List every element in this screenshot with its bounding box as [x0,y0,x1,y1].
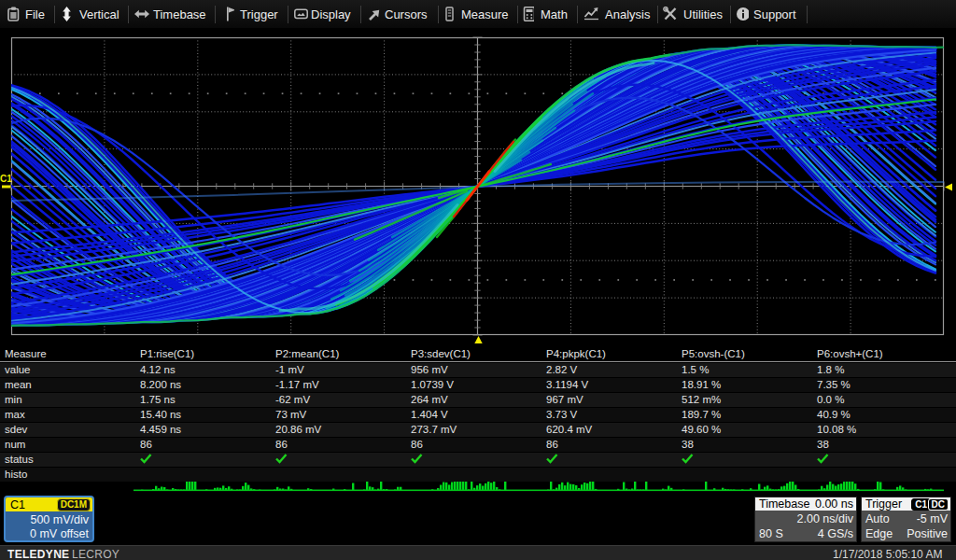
svg-text:C1: C1 [0,174,12,184]
